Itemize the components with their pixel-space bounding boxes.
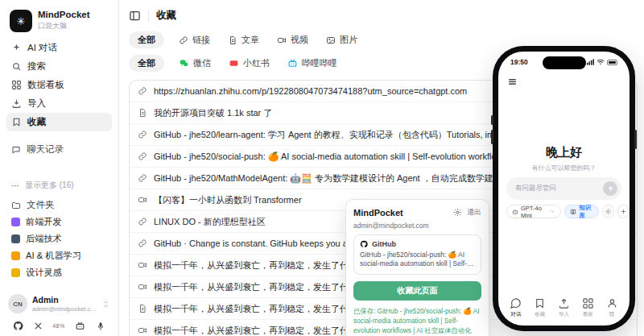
source-filter-chip[interactable]: 全部: [129, 55, 164, 72]
phone-nav-label: 看板: [583, 311, 593, 318]
sidebar-footer-icons: 48%: [6, 315, 112, 331]
folders-list: 前端开发 后端技术 AI & 机器学习 设计灵感: [6, 214, 112, 281]
type-filter-chip[interactable]: 链接: [175, 31, 213, 48]
sidebar-nav-item[interactable]: 搜索: [6, 57, 112, 76]
model-label: GPT-4o Mini: [521, 205, 547, 219]
show-more-button[interactable]: ⋯ 显示更多 (16): [6, 177, 112, 193]
page-title: 收藏: [156, 9, 176, 23]
greeting-title: 晚上好: [498, 145, 630, 160]
volume-button: [491, 130, 493, 144]
app-window: ✳ MindPocket 口袋大脑 AI 对话: [0, 0, 644, 336]
sidebar-nav-item[interactable]: AI 对话: [6, 39, 112, 57]
x-icon[interactable]: [34, 321, 43, 330]
app-subtitle: 口袋大脑: [38, 21, 90, 31]
link-icon: [138, 217, 147, 226]
source-filter-chip[interactable]: 微信: [175, 55, 214, 72]
microphone-icon[interactable]: [96, 321, 105, 331]
bilibili-tv-icon[interactable]: [75, 321, 85, 331]
logout-button[interactable]: 退出: [467, 207, 481, 218]
folder-label: 设计灵感: [26, 267, 62, 279]
filter-label: 视频: [291, 34, 308, 46]
filter-label: 文章: [242, 34, 259, 46]
folder-color-icon: [11, 251, 20, 260]
sidebar-nav-label: 数据看板: [27, 79, 64, 91]
save-page-button[interactable]: 收藏此页面: [353, 281, 481, 301]
folder-item[interactable]: 前端开发: [6, 214, 112, 230]
folder-item[interactable]: 设计灵感: [6, 264, 112, 281]
filter-label: 哔哩哔哩: [302, 57, 337, 69]
volume-button: [491, 115, 493, 125]
folder-item[interactable]: AI & 机器学习: [6, 247, 112, 264]
wechat-icon: [179, 58, 189, 68]
github-icon[interactable]: [13, 321, 23, 331]
bookmark-title: 我的开源项目突破 1.1k star 了: [154, 107, 272, 119]
book-icon: [570, 209, 576, 215]
bookmark-title: https://zhuanlan.zhihu.com/p/19228080470…: [154, 86, 467, 96]
phone-nav-label: 对话: [510, 311, 521, 318]
sidebar-nav-item[interactable]: 数据看板: [6, 76, 112, 94]
folders-header: 文件夹: [6, 197, 112, 214]
phone-nav-label: 收藏: [535, 311, 545, 318]
account-switcher[interactable]: CN Admin admin@mindpocket.com: [6, 291, 112, 315]
xiaohongshu-icon: [229, 58, 239, 68]
source-filter-chip[interactable]: 小红书: [225, 55, 273, 72]
sidebar-nav-label: 搜索: [27, 60, 46, 73]
source-filter-chip[interactable]: 哔哩哔哩: [284, 55, 341, 72]
bilibili-icon: [287, 58, 298, 68]
filter-label: 全部: [138, 57, 155, 69]
filter-label: 图片: [340, 34, 357, 46]
sidebar-nav-item[interactable]: 收藏: [6, 113, 112, 131]
knowledge-base-label: 知识库: [579, 204, 593, 220]
video-icon: [138, 282, 147, 292]
chat-input[interactable]: 有问题尽管问: [506, 177, 621, 200]
bookmark-title: LINUX DO - 新的理想型社区: [154, 216, 266, 228]
type-filter-chip[interactable]: 视频: [274, 31, 312, 48]
battery-icon: [607, 60, 617, 65]
menu-icon[interactable]: [507, 76, 518, 90]
phone-nav-tab[interactable]: 看板: [576, 297, 600, 318]
sidebar-nav: AI 对话 搜索 数据看板: [6, 39, 112, 131]
chevron-updown-icon: [101, 300, 110, 309]
type-filter-chip[interactable]: 文章: [225, 31, 262, 48]
chevron-down-icon: [550, 209, 555, 214]
phone-nav-tab[interactable]: 收藏: [528, 297, 552, 318]
phone-nav-tab[interactable]: 我: [600, 297, 624, 318]
video-icon: [138, 260, 147, 270]
bookmark-icon: [534, 297, 546, 309]
phone-time: 19:50: [510, 58, 528, 66]
chat-bubble-icon: [510, 297, 522, 309]
settings-pill[interactable]: [602, 205, 614, 218]
chat-input-placeholder: 有问题尽管问: [515, 184, 556, 193]
phone-nav-tab[interactable]: 导入: [552, 297, 576, 318]
avatar: CN: [8, 294, 27, 313]
chat-history-list: [6, 158, 112, 177]
filter-label: 微信: [193, 57, 211, 69]
phone-bottom-nav: 对话 收藏 导入: [504, 297, 624, 318]
import-icon: [11, 98, 22, 109]
panel-toggle-icon[interactable]: [129, 10, 141, 22]
sidebar-nav-label: 收藏: [27, 116, 46, 128]
model-selector[interactable]: GPT-4o Mini: [506, 205, 561, 218]
filter-label: 全部: [138, 34, 155, 46]
chat-options-row: GPT-4o Mini 知识库: [506, 205, 630, 218]
type-filter-chip[interactable]: 全部: [129, 31, 164, 48]
video-icon: [138, 195, 147, 205]
gear-icon[interactable]: [453, 208, 462, 217]
add-pill[interactable]: [617, 205, 630, 218]
sidebar-nav-label: AI 对话: [27, 42, 57, 54]
signal-icon: [587, 59, 594, 65]
popup-email: admin@mindpocket.com: [353, 222, 481, 230]
phone-nav-tab[interactable]: 对话: [504, 297, 528, 318]
folder-item[interactable]: 后端技术: [6, 230, 112, 247]
bookmark-title: 模拟一千年，从兴盛到衰亡，再到稳定，发生了什么？: [154, 325, 366, 336]
wifi-icon: [597, 59, 605, 65]
folder-label: 后端技术: [26, 233, 62, 245]
knowledge-base-toggle[interactable]: 知识库: [564, 205, 599, 218]
sidebar-nav-item[interactable]: 导入: [6, 94, 112, 113]
greeting-subtitle: 有什么可以帮您的吗？: [498, 164, 630, 172]
header-separator: [148, 10, 149, 22]
saved-status-text: 已保存: GitHub - jhe520/social-push: 🍊 AI s…: [353, 306, 481, 336]
send-button[interactable]: [603, 181, 617, 196]
chat-square-icon: [11, 145, 21, 155]
type-filter-chip[interactable]: 图片: [323, 31, 361, 48]
